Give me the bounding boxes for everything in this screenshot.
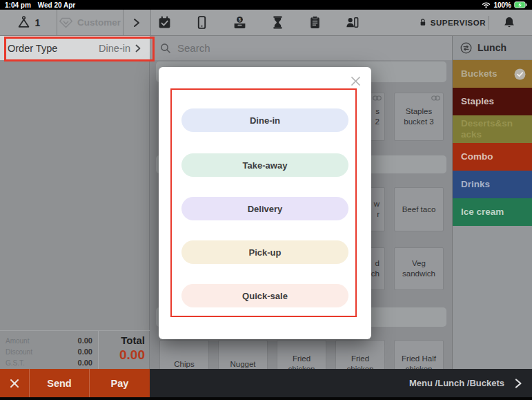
- total-value: 0.00: [99, 347, 145, 363]
- product-tile[interactable]: Fried Half chicken: [394, 340, 444, 369]
- send-button[interactable]: Send: [30, 369, 90, 397]
- category-label: Deserts&snacks: [461, 118, 514, 140]
- order-action-bar: Send Pay: [0, 369, 150, 397]
- tile-label: Fried chicken: [338, 354, 382, 369]
- hourglass-icon: [270, 15, 285, 30]
- tile-label: Veg sandwich: [397, 258, 441, 279]
- discount-value: 0.00: [78, 347, 92, 356]
- gst-row: G.S.T. 0.00: [6, 357, 92, 368]
- product-tile[interactable]: Beef taco: [394, 187, 444, 231]
- menu-label: Lunch: [477, 42, 506, 53]
- option-quick-sale[interactable]: Quick-sale: [181, 284, 348, 307]
- category-buckets[interactable]: Buckets: [453, 60, 532, 88]
- product-tile[interactable]: Fried chicken: [277, 340, 326, 369]
- link-icon: [431, 95, 440, 101]
- category-sidebar: Lunch Buckets Staples Deserts&snacks Com…: [452, 36, 532, 369]
- category-label: Combo: [461, 151, 493, 162]
- product-tile[interactable]: Staples bucket 3: [394, 93, 444, 141]
- check-circle-icon: [514, 68, 526, 80]
- chevron-right-icon: [135, 44, 141, 53]
- option-delivery[interactable]: Delivery: [181, 197, 348, 220]
- gst-label: G.S.T.: [6, 359, 25, 367]
- expand-order-header-button[interactable]: [123, 10, 150, 35]
- breadcrumb: Menu /Lunch /Buckets: [409, 378, 504, 388]
- category-ice-cream[interactable]: Ice cream: [453, 198, 532, 226]
- amount-label: Amount: [6, 337, 29, 345]
- status-bar: 1:04 pm Wed 20 Apr 100%: [0, 0, 532, 10]
- clipboard-icon: [308, 15, 322, 30]
- tile-label: w: [374, 200, 380, 208]
- notifications-button[interactable]: [497, 10, 522, 35]
- close-icon: [9, 378, 20, 389]
- toolbar: 1 Customer: [0, 10, 532, 36]
- tile-label: d: [375, 259, 380, 267]
- order-type-modal: Dine-in Take-away Delivery Pick-up Quick…: [159, 67, 371, 339]
- tile-label: Chips: [174, 359, 194, 369]
- product-tile[interactable]: Nugget: [218, 340, 268, 369]
- discount-label: Discount: [6, 348, 32, 356]
- tile-label: Beef taco: [402, 204, 436, 215]
- cancel-order-button[interactable]: [0, 369, 30, 397]
- total-label: Total: [99, 334, 145, 346]
- table-selector-button[interactable]: 1: [0, 10, 57, 35]
- tile-label: Nugget: [230, 359, 255, 369]
- supervisor-label: SUPERVISOR: [431, 19, 486, 27]
- svg-text:$: $: [238, 17, 241, 23]
- customer-label: Customer: [77, 17, 121, 28]
- devices-button[interactable]: [194, 10, 209, 35]
- pos-screen: 1:04 pm Wed 20 Apr 100% 1: [0, 0, 532, 400]
- tile-label: s: [375, 107, 380, 115]
- calendar-check-icon: [157, 15, 172, 30]
- reservations-button[interactable]: [157, 10, 172, 35]
- category-staples[interactable]: Staples: [453, 88, 532, 115]
- battery-percent: 100%: [493, 1, 511, 9]
- bottom-edge: [0, 397, 532, 400]
- order-type-selector[interactable]: Order Type Dine-in: [0, 36, 150, 60]
- customer-gem-icon: [59, 15, 73, 30]
- wifi-icon: [482, 1, 491, 8]
- pending-orders-button[interactable]: [270, 10, 285, 35]
- menu-selector[interactable]: Lunch: [453, 36, 532, 60]
- chevron-right-icon[interactable]: [514, 378, 522, 389]
- tile-label: ch: [371, 269, 380, 278]
- menu-swap-icon: [460, 42, 472, 54]
- tile-label: 2: [375, 117, 380, 126]
- battery-charging-icon: [514, 1, 527, 8]
- order-totals: Amount 0.00 Discount 0.00 G.S.T. 0.00 To…: [0, 330, 150, 369]
- cash-drawer-button[interactable]: $: [232, 10, 247, 35]
- product-tile[interactable]: Chips: [159, 340, 209, 369]
- option-dine-in[interactable]: Dine-in: [181, 108, 348, 132]
- category-deserts-snacks[interactable]: Deserts&snacks: [453, 115, 532, 143]
- category-label: Buckets: [461, 68, 497, 79]
- table-service-icon: [17, 15, 31, 30]
- tile-label: Fried chicken: [279, 354, 324, 369]
- table-count: 1: [35, 17, 41, 28]
- contact-card-icon: [345, 15, 359, 30]
- category-combo[interactable]: Combo: [453, 143, 532, 171]
- tile-label: r: [377, 210, 380, 218]
- customer-button[interactable]: Customer: [57, 10, 123, 35]
- amount-row: Amount 0.00: [6, 335, 92, 346]
- bell-icon: [503, 16, 515, 29]
- orders-list-button[interactable]: [307, 10, 322, 35]
- supervisor-button[interactable]: SUPERVISOR: [420, 10, 486, 35]
- product-tile[interactable]: Fried chicken: [335, 340, 385, 369]
- product-tile[interactable]: Veg sandwich: [394, 247, 444, 290]
- category-label: Ice cream: [461, 207, 504, 218]
- category-label: Drinks: [461, 179, 490, 190]
- option-take-away[interactable]: Take-away: [181, 153, 348, 177]
- staff-button[interactable]: [344, 10, 360, 35]
- send-label: Send: [47, 378, 71, 389]
- search-bar[interactable]: Search: [150, 36, 452, 60]
- pay-button[interactable]: Pay: [90, 369, 150, 397]
- search-icon: [160, 43, 171, 54]
- gst-value: 0.00: [78, 359, 92, 367]
- category-label: Staples: [461, 96, 494, 107]
- search-placeholder: Search: [177, 42, 210, 54]
- discount-row: Discount 0.00: [6, 346, 92, 357]
- option-pick-up[interactable]: Pick-up: [181, 240, 348, 264]
- tile-label: Staples bucket 3: [397, 106, 441, 127]
- status-date: Wed 20 Apr: [38, 1, 75, 9]
- category-drinks[interactable]: Drinks: [453, 171, 532, 198]
- close-icon[interactable]: [351, 76, 361, 86]
